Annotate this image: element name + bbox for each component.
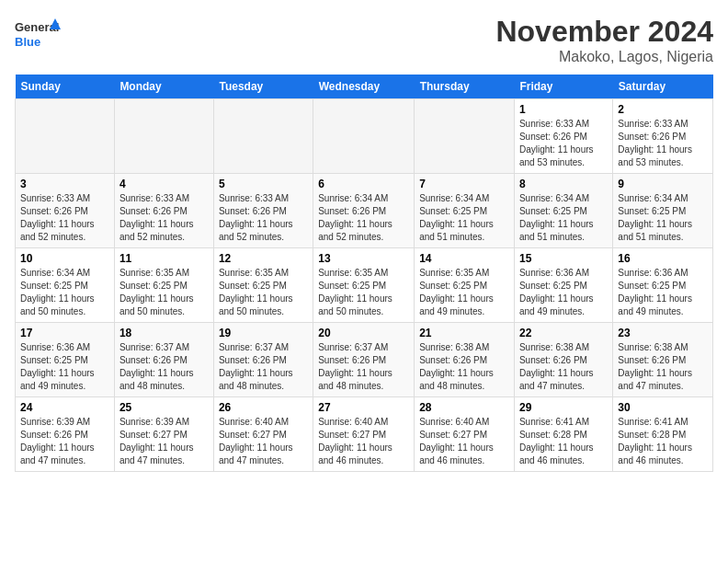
calendar-cell: 1Sunrise: 6:33 AM Sunset: 6:26 PM Daylig… (514, 99, 612, 174)
title-area: November 2024 Makoko, Lagos, Nigeria (495, 15, 713, 65)
page-header: General Blue November 2024 Makoko, Lagos… (15, 15, 713, 65)
calendar-cell: 29Sunrise: 6:41 AM Sunset: 6:28 PM Dayli… (514, 397, 612, 472)
day-number: 9 (618, 178, 708, 190)
day-number: 17 (20, 327, 109, 339)
day-number: 22 (519, 327, 608, 339)
day-info: Sunrise: 6:41 AM Sunset: 6:28 PM Dayligh… (519, 416, 608, 467)
day-info: Sunrise: 6:37 AM Sunset: 6:26 PM Dayligh… (119, 341, 209, 393)
day-number: 23 (618, 327, 708, 339)
calendar-cell: 20Sunrise: 6:37 AM Sunset: 6:26 PM Dayli… (313, 323, 415, 397)
logo: General Blue (15, 15, 61, 53)
calendar-cell: 28Sunrise: 6:40 AM Sunset: 6:27 PM Dayli… (415, 397, 515, 472)
calendar-cell: 9Sunrise: 6:34 AM Sunset: 6:25 PM Daylig… (613, 174, 713, 248)
col-sunday: Sunday (16, 75, 115, 99)
day-number: 2 (618, 103, 708, 116)
col-friday: Friday (514, 75, 612, 99)
calendar-cell: 18Sunrise: 6:37 AM Sunset: 6:26 PM Dayli… (114, 323, 213, 397)
day-info: Sunrise: 6:39 AM Sunset: 6:27 PM Dayligh… (119, 416, 209, 467)
day-info: Sunrise: 6:36 AM Sunset: 6:25 PM Dayligh… (20, 341, 109, 393)
col-thursday: Thursday (415, 75, 515, 99)
calendar-cell: 10Sunrise: 6:34 AM Sunset: 6:25 PM Dayli… (16, 248, 115, 323)
calendar-week-2: 3Sunrise: 6:33 AM Sunset: 6:26 PM Daylig… (16, 174, 713, 248)
calendar-cell: 26Sunrise: 6:40 AM Sunset: 6:27 PM Dayli… (213, 397, 313, 472)
calendar-cell: 11Sunrise: 6:35 AM Sunset: 6:25 PM Dayli… (114, 248, 213, 323)
day-info: Sunrise: 6:34 AM Sunset: 6:25 PM Dayligh… (419, 192, 509, 244)
day-info: Sunrise: 6:35 AM Sunset: 6:25 PM Dayligh… (419, 267, 509, 318)
calendar-cell: 21Sunrise: 6:38 AM Sunset: 6:26 PM Dayli… (415, 323, 515, 397)
day-info: Sunrise: 6:39 AM Sunset: 6:26 PM Dayligh… (20, 416, 109, 467)
day-number: 11 (119, 252, 209, 265)
day-number: 28 (419, 401, 509, 414)
calendar-cell: 13Sunrise: 6:35 AM Sunset: 6:25 PM Dayli… (313, 248, 415, 323)
col-saturday: Saturday (613, 75, 713, 99)
calendar-cell: 23Sunrise: 6:38 AM Sunset: 6:26 PM Dayli… (613, 323, 713, 397)
location-subtitle: Makoko, Lagos, Nigeria (495, 49, 713, 65)
day-number: 7 (419, 178, 509, 190)
header-row: Sunday Monday Tuesday Wednesday Thursday… (16, 75, 713, 99)
day-info: Sunrise: 6:36 AM Sunset: 6:25 PM Dayligh… (618, 267, 708, 318)
calendar-cell: 8Sunrise: 6:34 AM Sunset: 6:25 PM Daylig… (514, 174, 612, 248)
calendar-cell: 5Sunrise: 6:33 AM Sunset: 6:26 PM Daylig… (213, 174, 313, 248)
calendar-cell: 24Sunrise: 6:39 AM Sunset: 6:26 PM Dayli… (16, 397, 115, 472)
day-info: Sunrise: 6:34 AM Sunset: 6:25 PM Dayligh… (519, 192, 608, 244)
day-info: Sunrise: 6:37 AM Sunset: 6:26 PM Dayligh… (318, 341, 409, 393)
calendar-cell: 3Sunrise: 6:33 AM Sunset: 6:26 PM Daylig… (16, 174, 115, 248)
calendar-cell (114, 99, 213, 174)
calendar-cell: 14Sunrise: 6:35 AM Sunset: 6:25 PM Dayli… (415, 248, 515, 323)
day-number: 6 (318, 178, 409, 190)
day-number: 24 (20, 401, 109, 414)
day-info: Sunrise: 6:33 AM Sunset: 6:26 PM Dayligh… (119, 192, 209, 244)
day-info: Sunrise: 6:35 AM Sunset: 6:25 PM Dayligh… (119, 267, 209, 318)
day-number: 30 (618, 401, 708, 414)
day-number: 15 (519, 252, 608, 265)
calendar-cell: 17Sunrise: 6:36 AM Sunset: 6:25 PM Dayli… (16, 323, 115, 397)
day-info: Sunrise: 6:35 AM Sunset: 6:25 PM Dayligh… (219, 267, 308, 318)
day-number: 21 (419, 327, 509, 339)
col-monday: Monday (114, 75, 213, 99)
day-number: 14 (419, 252, 509, 265)
day-info: Sunrise: 6:34 AM Sunset: 6:25 PM Dayligh… (20, 267, 109, 318)
calendar-cell: 19Sunrise: 6:37 AM Sunset: 6:26 PM Dayli… (213, 323, 313, 397)
day-number: 26 (219, 401, 308, 414)
calendar-cell: 15Sunrise: 6:36 AM Sunset: 6:25 PM Dayli… (514, 248, 612, 323)
day-info: Sunrise: 6:33 AM Sunset: 6:26 PM Dayligh… (618, 118, 708, 169)
day-number: 13 (318, 252, 409, 265)
day-number: 16 (618, 252, 708, 265)
calendar-cell: 30Sunrise: 6:41 AM Sunset: 6:28 PM Dayli… (613, 397, 713, 472)
day-info: Sunrise: 6:38 AM Sunset: 6:26 PM Dayligh… (618, 341, 708, 393)
day-number: 10 (20, 252, 109, 265)
calendar-cell: 4Sunrise: 6:33 AM Sunset: 6:26 PM Daylig… (114, 174, 213, 248)
month-title: November 2024 (495, 15, 713, 49)
day-info: Sunrise: 6:40 AM Sunset: 6:27 PM Dayligh… (318, 416, 409, 467)
day-info: Sunrise: 6:38 AM Sunset: 6:26 PM Dayligh… (519, 341, 608, 393)
day-info: Sunrise: 6:33 AM Sunset: 6:26 PM Dayligh… (20, 192, 109, 244)
col-wednesday: Wednesday (313, 75, 415, 99)
day-number: 5 (219, 178, 308, 190)
day-info: Sunrise: 6:33 AM Sunset: 6:26 PM Dayligh… (219, 192, 308, 244)
day-info: Sunrise: 6:35 AM Sunset: 6:25 PM Dayligh… (318, 267, 409, 318)
calendar-cell: 22Sunrise: 6:38 AM Sunset: 6:26 PM Dayli… (514, 323, 612, 397)
day-number: 29 (519, 401, 608, 414)
day-info: Sunrise: 6:34 AM Sunset: 6:26 PM Dayligh… (318, 192, 409, 244)
calendar-week-3: 10Sunrise: 6:34 AM Sunset: 6:25 PM Dayli… (16, 248, 713, 323)
day-info: Sunrise: 6:41 AM Sunset: 6:28 PM Dayligh… (618, 416, 708, 467)
calendar-cell: 27Sunrise: 6:40 AM Sunset: 6:27 PM Dayli… (313, 397, 415, 472)
col-tuesday: Tuesday (213, 75, 313, 99)
day-number: 27 (318, 401, 409, 414)
calendar-cell (213, 99, 313, 174)
day-info: Sunrise: 6:38 AM Sunset: 6:26 PM Dayligh… (419, 341, 509, 393)
calendar-cell: 16Sunrise: 6:36 AM Sunset: 6:25 PM Dayli… (613, 248, 713, 323)
day-info: Sunrise: 6:33 AM Sunset: 6:26 PM Dayligh… (519, 118, 608, 169)
day-number: 25 (119, 401, 209, 414)
day-number: 18 (119, 327, 209, 339)
calendar-cell: 25Sunrise: 6:39 AM Sunset: 6:27 PM Dayli… (114, 397, 213, 472)
calendar-week-1: 1Sunrise: 6:33 AM Sunset: 6:26 PM Daylig… (16, 99, 713, 174)
day-number: 3 (20, 178, 109, 190)
calendar-cell (313, 99, 415, 174)
day-info: Sunrise: 6:40 AM Sunset: 6:27 PM Dayligh… (419, 416, 509, 467)
day-number: 1 (519, 103, 608, 116)
calendar-table: Sunday Monday Tuesday Wednesday Thursday… (15, 75, 713, 472)
day-number: 4 (119, 178, 209, 190)
calendar-cell (415, 99, 515, 174)
day-number: 20 (318, 327, 409, 339)
